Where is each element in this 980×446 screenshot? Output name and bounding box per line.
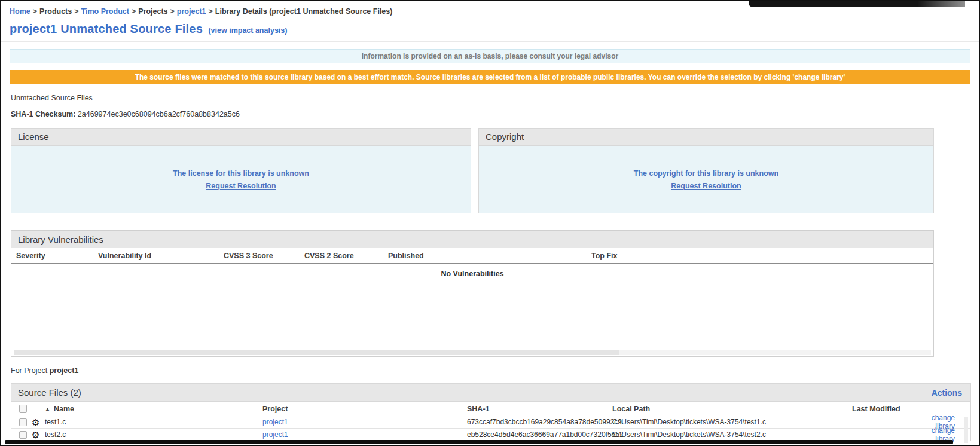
column-top-fix: Top Fix	[591, 252, 933, 260]
column-project: Project	[253, 405, 456, 413]
copyright-unknown-message: The copyright for this library is unknow…	[634, 169, 778, 178]
actions-link[interactable]: Actions	[932, 388, 962, 398]
file-sha1: eb528ce4d5d4e6ac36669a77a1bd00c7320f5552	[456, 430, 606, 439]
library-vulnerabilities-panel: Library Vulnerabilities Severity Vulnera…	[11, 230, 934, 357]
window-bottom-bar	[5, 440, 953, 444]
file-name: test1.c	[45, 418, 253, 426]
page-header: Home>Products>Timo Product>Projects>proj…	[1, 1, 979, 42]
view-impact-analysis-link[interactable]: (view impact analysis)	[208, 26, 287, 35]
gear-icon[interactable]: ⚙	[32, 430, 39, 439]
breadcrumb-separator: >	[33, 7, 37, 16]
copyright-request-resolution-link[interactable]: Request Resolution	[671, 182, 741, 190]
row-checkbox[interactable]	[19, 431, 27, 439]
vulnerabilities-column-headers: Severity Vulnerability Id CVSS 3 Score C…	[11, 248, 933, 264]
select-all-checkbox[interactable]	[19, 405, 27, 413]
source-files-column-headers: ▲Name Project SHA-1 Local Path Last Modi…	[11, 402, 970, 416]
file-local-path: C:\Users\Timi\Desktop\tickets\WSA-3754\t…	[606, 430, 845, 439]
page-title: project1 Unmatched Source Files	[10, 22, 203, 35]
file-name: test2.c	[45, 430, 253, 439]
horizontal-scrollbar[interactable]	[14, 350, 931, 355]
column-cvss3-score: CVSS 3 Score	[224, 252, 304, 260]
sort-ascending-icon[interactable]: ▲	[45, 406, 50, 412]
column-name-label: Name	[54, 405, 74, 413]
breadcrumb: Home>Products>Timo Product>Projects>proj…	[10, 7, 970, 16]
source-file-row: ⚙ test1.c project1 673ccaf7bd3cbccb169a2…	[11, 416, 970, 429]
project-link[interactable]: project1	[262, 418, 288, 426]
license-panel-body: The license for this library is unknown …	[11, 146, 471, 213]
breadcrumb-timo-product[interactable]: Timo Product	[81, 7, 129, 16]
column-published: Published	[388, 252, 591, 260]
file-local-path: C:\Users\Timi\Desktop\tickets\WSA-3754\t…	[606, 418, 845, 426]
source-files-title: Source Files (2)	[18, 387, 81, 398]
breadcrumb-separator: >	[74, 7, 78, 16]
vulnerabilities-body: No Vulnerabilities	[11, 264, 933, 356]
license-copyright-row: License The license for this library is …	[11, 128, 979, 213]
best-effort-match-warning-banner: The source files were matched to this so…	[10, 70, 970, 84]
license-panel-header: License	[11, 129, 471, 146]
copyright-panel: Copyright The copyright for this library…	[478, 128, 934, 213]
library-details-page: Home>Products>Timo Product>Projects>proj…	[0, 0, 980, 446]
breadcrumb-separator: >	[132, 7, 136, 16]
vulnerabilities-panel-header: Library Vulnerabilities	[11, 231, 933, 248]
license-panel: License The license for this library is …	[11, 128, 471, 213]
source-file-row: ⚙ test2.c project1 eb528ce4d5d4e6ac36669…	[11, 429, 970, 441]
breadcrumb-separator: >	[209, 7, 213, 16]
breadcrumb-products: Products	[39, 7, 72, 16]
column-vulnerability-id: Vulnerability Id	[98, 252, 224, 260]
column-last-modified: Last Modified	[845, 405, 929, 413]
legal-info-banner: Information is provided on an as-is basi…	[10, 49, 970, 63]
sha1-checksum-line: SHA-1 Checksum: 2a469974ec3e0c68094cb6a2…	[11, 110, 969, 118]
source-files-header: Source Files (2) Actions	[11, 384, 970, 402]
row-checkbox[interactable]	[19, 418, 27, 426]
breadcrumb-separator: >	[170, 7, 175, 16]
breadcrumb-library-details: Library Details (project1 Unmatched Sour…	[215, 7, 393, 16]
project-link[interactable]: project1	[262, 430, 288, 439]
vertical-scrollbar[interactable]	[964, 417, 968, 443]
column-sha1: SHA-1	[456, 405, 606, 413]
column-severity: Severity	[16, 252, 98, 260]
window-artifact-bar	[749, 1, 965, 7]
for-project-line: For Project project1	[11, 366, 969, 375]
file-sha1: 673ccaf7bd3cbccb169a29c854a8a78de50992c9	[456, 418, 606, 426]
sha1-checksum-value: 2a469974ec3e0c68094cb6a2cf760a8b8342a5c6	[78, 110, 240, 118]
title-row: project1 Unmatched Source Files (view im…	[10, 22, 970, 36]
breadcrumb-projects: Projects	[138, 7, 167, 16]
for-project-prefix: For Project	[11, 366, 47, 375]
column-local-path: Local Path	[606, 405, 845, 413]
gear-icon[interactable]: ⚙	[32, 418, 39, 427]
column-cvss2-score: CVSS 2 Score	[304, 252, 388, 260]
copyright-panel-body: The copyright for this library is unknow…	[479, 146, 933, 213]
no-vulnerabilities-message: No Vulnerabilities	[11, 264, 933, 278]
breadcrumb-project1[interactable]: project1	[177, 7, 206, 16]
breadcrumb-home[interactable]: Home	[10, 7, 30, 16]
library-name: Unmtached Source Files	[11, 94, 969, 102]
copyright-panel-header: Copyright	[479, 129, 933, 146]
source-files-panel: Source Files (2) Actions ▲Name Project S…	[11, 383, 971, 441]
column-name[interactable]: ▲Name	[45, 405, 253, 413]
license-unknown-message: The license for this library is unknown	[173, 169, 309, 178]
license-request-resolution-link[interactable]: Request Resolution	[206, 182, 276, 190]
for-project-name: project1	[50, 366, 79, 375]
sha1-checksum-label: SHA-1 Checksum:	[11, 110, 75, 118]
horizontal-scrollbar-thumb[interactable]	[14, 350, 619, 355]
